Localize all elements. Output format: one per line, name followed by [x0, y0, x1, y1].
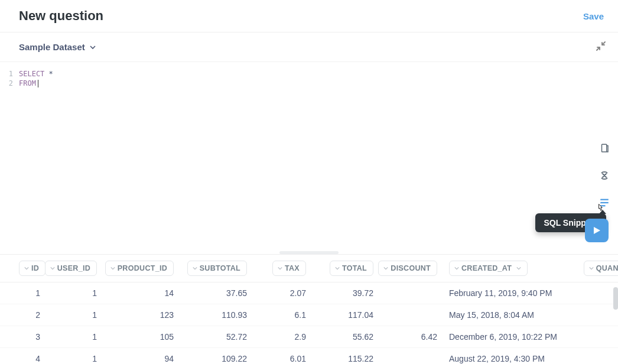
cell-created-at: May 15, 2018, 8:04 AM — [444, 304, 586, 326]
chevron-down-icon — [383, 266, 388, 271]
cell-total: 55.62 — [313, 326, 380, 348]
column-header-total[interactable]: TOTAL — [330, 261, 373, 276]
chevron-down-icon — [24, 266, 29, 271]
chevron-down-icon — [454, 266, 459, 271]
cell-user-id: 1 — [47, 304, 104, 326]
cell-user-id: 1 — [47, 282, 104, 304]
database-selector[interactable]: Sample Dataset — [19, 42, 96, 52]
cell-subtotal: 52.72 — [181, 326, 254, 348]
cell-product-id: 94 — [104, 348, 181, 365]
chevron-down-icon — [335, 266, 340, 271]
cell-created-at: February 11, 2019, 9:40 PM — [444, 282, 586, 304]
vertical-scrollbar[interactable] — [613, 287, 618, 310]
chevron-down-icon — [90, 44, 96, 50]
results-table: ID USER_ID PRODUCT_ID SUBTOTAL TAX TOTAL… — [0, 255, 618, 364]
database-name: Sample Dataset — [19, 42, 85, 52]
cell-total: 117.04 — [313, 304, 380, 326]
run-query-button[interactable] — [585, 219, 609, 242]
sql-editor[interactable]: SELECT * FROM — [19, 69, 583, 223]
cell-created-at: December 6, 2019, 10:22 PM — [444, 326, 586, 348]
cell-total: 39.72 — [313, 282, 380, 304]
chevron-down-icon — [589, 266, 594, 271]
save-button[interactable]: Save — [583, 11, 604, 21]
chevron-down-icon — [516, 266, 521, 271]
column-header-created-at[interactable]: CREATED_AT — [449, 261, 528, 276]
table-row[interactable]: 21123110.936.1117.04May 15, 2018, 8:04 A… — [0, 304, 618, 326]
cell-tax: 6.01 — [254, 348, 313, 365]
column-header-product-id[interactable]: PRODUCT_ID — [105, 261, 174, 276]
chevron-down-icon — [278, 266, 282, 271]
data-reference-icon[interactable] — [598, 142, 611, 155]
table-row[interactable]: 4194109.226.01115.22August 22, 2019, 4:3… — [0, 348, 618, 365]
cell-discount — [380, 282, 444, 304]
editor-gutter: 1 2 — [0, 69, 13, 88]
cell-discount — [380, 348, 444, 365]
sql-snippets-icon[interactable] — [598, 196, 611, 209]
cell-created-at: August 22, 2019, 4:30 PM — [444, 348, 586, 365]
cell-id: 1 — [0, 282, 47, 304]
cell-id: 3 — [0, 326, 47, 348]
cell-quantity — [586, 326, 618, 348]
cell-product-id: 14 — [104, 282, 181, 304]
variables-icon[interactable] — [598, 169, 611, 182]
cell-tax: 2.07 — [254, 282, 313, 304]
cell-user-id: 1 — [47, 326, 104, 348]
column-header-tax[interactable]: TAX — [272, 261, 306, 276]
cell-total: 115.22 — [313, 348, 380, 365]
column-header-subtotal[interactable]: SUBTOTAL — [187, 261, 247, 276]
chevron-down-icon — [110, 266, 115, 271]
chevron-down-icon — [50, 266, 55, 271]
cell-id: 4 — [0, 348, 47, 365]
cell-quantity — [586, 348, 618, 365]
column-header-quantity[interactable]: QUANTITY — [584, 261, 618, 276]
cell-id: 2 — [0, 304, 47, 326]
cell-product-id: 123 — [104, 304, 181, 326]
column-header-discount[interactable]: DISCOUNT — [378, 261, 437, 276]
cell-discount: 6.42 — [380, 326, 444, 348]
column-header-user-id[interactable]: USER_ID — [45, 261, 97, 276]
cell-user-id: 1 — [47, 348, 104, 365]
chevron-down-icon — [193, 266, 197, 271]
results-panel: ID USER_ID PRODUCT_ID SUBTOTAL TAX TOTAL… — [0, 254, 618, 364]
cell-tax: 2.9 — [254, 326, 313, 348]
page-title: New question — [19, 8, 103, 24]
cell-subtotal: 110.93 — [181, 304, 254, 326]
cell-tax: 6.1 — [254, 304, 313, 326]
cell-subtotal: 37.65 — [181, 282, 254, 304]
cell-subtotal: 109.22 — [181, 348, 254, 365]
column-header-id[interactable]: ID — [19, 261, 45, 276]
table-row[interactable]: 3110552.722.955.626.42December 6, 2019, … — [0, 326, 618, 348]
cell-product-id: 105 — [104, 326, 181, 348]
minimize-editor-button[interactable] — [596, 41, 606, 54]
cell-discount — [380, 304, 444, 326]
table-row[interactable]: 111437.652.0739.72February 11, 2019, 9:4… — [0, 282, 618, 304]
